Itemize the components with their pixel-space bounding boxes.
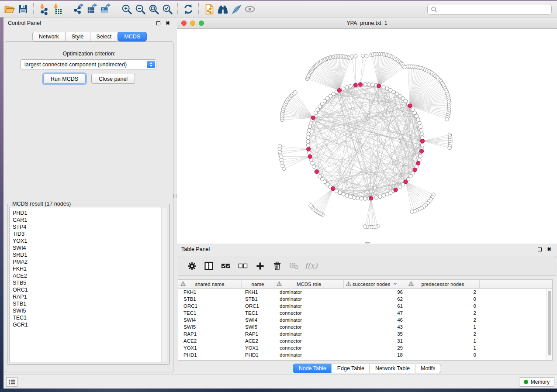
mcds-hub-node[interactable]	[416, 161, 420, 165]
tab-network-table[interactable]: Network Table	[370, 364, 415, 373]
column-header-MCDS-role[interactable]: MCDS role	[274, 280, 344, 288]
mcds-hub-node[interactable]	[353, 83, 357, 87]
close-panel-button[interactable]: Close panel	[91, 74, 135, 84]
mcds-hub-node[interactable]	[419, 149, 423, 153]
show-columns-icon[interactable]	[202, 259, 215, 272]
tab-motifs[interactable]: Motifs	[415, 364, 441, 373]
mcds-list-scrollbar[interactable]	[161, 207, 167, 362]
run-mcds-button[interactable]: Run MCDS	[43, 74, 86, 84]
settings-gear-icon[interactable]	[185, 259, 198, 272]
mcds-result-item[interactable]: FKH1	[13, 265, 161, 272]
export-image-icon[interactable]	[99, 2, 112, 16]
export-network-icon[interactable]	[72, 2, 85, 16]
mcds-result-item[interactable]: STB1	[13, 300, 161, 307]
tab-select[interactable]: Select	[90, 32, 118, 41]
zoom-out-icon[interactable]	[133, 2, 147, 16]
first-neighbors-icon[interactable]	[216, 2, 229, 16]
mcds-hub-node[interactable]	[358, 83, 362, 86]
table-row[interactable]: ORC1ORC1dominator610	[178, 303, 552, 309]
column-header-predecessor-nodes[interactable]: predecessor nodes	[406, 280, 480, 288]
mcds-hub-node[interactable]	[413, 168, 417, 172]
mcds-result-item[interactable]: ORC1	[13, 286, 161, 293]
float-panel-icon[interactable]	[536, 246, 543, 253]
mcds-hub-node[interactable]	[394, 188, 398, 192]
delete-column-icon[interactable]	[270, 259, 284, 272]
mcds-result-list[interactable]: PHD1CAR1STP4TID3YOX1SWI4SRD1PMA2FKH1ACE2…	[9, 207, 167, 362]
mcds-hub-node[interactable]	[307, 147, 311, 151]
mcds-result-item[interactable]: GCR1	[13, 321, 161, 328]
table-row[interactable]: STB1STB1dominator620	[178, 296, 552, 303]
column-header-shared-name[interactable]: shared name	[178, 280, 242, 288]
apply-layout-icon[interactable]	[181, 2, 195, 16]
mcds-result-item[interactable]: TEC1	[13, 314, 161, 321]
mcds-hub-node[interactable]	[308, 155, 312, 158]
close-panel-icon[interactable]: ✖	[546, 246, 553, 253]
mcds-result-item[interactable]: CAR1	[13, 217, 161, 224]
float-panel-icon[interactable]	[155, 20, 162, 27]
mcds-hub-node[interactable]	[331, 187, 335, 191]
mcds-hub-node[interactable]	[404, 180, 408, 184]
mcds-result-item[interactable]: SWI5	[13, 307, 161, 314]
zoom-selected-icon[interactable]	[160, 2, 174, 16]
hide-graphics-details-icon[interactable]	[229, 2, 243, 16]
deselect-all-rows-icon[interactable]	[236, 259, 249, 272]
tab-style[interactable]: Style	[65, 32, 90, 41]
mcds-result-item[interactable]: PMA2	[13, 258, 161, 265]
tab-network[interactable]: Network	[32, 32, 65, 41]
import-network-icon[interactable]	[37, 2, 51, 16]
mcds-result-item[interactable]: RAP1	[13, 293, 161, 300]
table-row[interactable]: FKH1FKH1dominator962	[178, 289, 552, 296]
split-divider-grip[interactable]	[173, 194, 177, 198]
network-window-titlebar[interactable]: YPA_prune.txt_1	[177, 17, 557, 29]
tab-edge-table[interactable]: Edge Table	[332, 364, 370, 373]
mcds-hub-node[interactable]	[377, 84, 381, 88]
table-scrollbar-thumb[interactable]	[548, 291, 551, 355]
show-graphics-details-icon[interactable]	[243, 2, 256, 16]
column-header-name[interactable]: name	[242, 280, 274, 288]
new-network-from-selection-icon[interactable]	[202, 2, 216, 16]
import-table-icon[interactable]	[51, 2, 64, 16]
export-table-icon[interactable]	[85, 2, 99, 16]
mcds-result-item[interactable]: ACE2	[13, 272, 161, 279]
table-row[interactable]: TEC1TEC1connector472	[178, 309, 552, 316]
open-file-icon[interactable]	[3, 2, 16, 16]
table-scrollbar[interactable]	[547, 289, 552, 360]
table-row[interactable]: SWI4SWI4dominator462	[178, 316, 552, 323]
close-panel-icon[interactable]: ✖	[164, 20, 171, 27]
mcds-result-item[interactable]: SRD1	[13, 251, 161, 258]
mcds-result-item[interactable]: TID3	[13, 230, 161, 237]
mcds-hub-node[interactable]	[408, 104, 412, 108]
mcds-hub-node[interactable]	[315, 170, 318, 174]
criterion-dropdown[interactable]: largest connected component (undirected)	[20, 59, 156, 69]
tab-node-table[interactable]: Node Table	[293, 364, 332, 373]
mcds-hub-node[interactable]	[420, 139, 424, 143]
zoom-in-icon[interactable]	[120, 2, 133, 16]
minimize-window-icon[interactable]	[190, 21, 195, 26]
add-column-icon[interactable]	[253, 259, 266, 272]
mcds-result-item[interactable]: STP4	[13, 224, 161, 230]
show-panels-list-button[interactable]	[6, 377, 17, 387]
mcds-result-item[interactable]: SWI4	[13, 244, 161, 251]
table-panel: Table Panel ✖ f(x) shared namenameM	[177, 244, 557, 375]
search-input[interactable]	[438, 5, 551, 14]
zoom-fit-icon[interactable]	[147, 2, 160, 16]
network-canvas[interactable]	[177, 29, 556, 243]
mcds-hub-node[interactable]	[311, 116, 315, 120]
close-window-icon[interactable]	[181, 21, 187, 26]
table-row[interactable]: YOX1YOX1connector291	[178, 344, 552, 351]
memory-button[interactable]: Memory	[519, 377, 554, 387]
select-all-rows-icon[interactable]	[219, 259, 232, 272]
column-header-successor-nodes[interactable]: successor nodes	[344, 280, 406, 288]
mcds-result-item[interactable]: PHD1	[13, 210, 161, 217]
mcds-hub-node[interactable]	[369, 196, 373, 200]
table-row[interactable]: PHD1PHD1dominator180	[178, 351, 552, 358]
mcds-result-item[interactable]: YOX1	[13, 237, 161, 244]
table-row[interactable]: ACE2ACE2connector311	[178, 337, 552, 344]
maximize-window-icon[interactable]	[199, 21, 204, 26]
mcds-result-item[interactable]: STB5	[13, 279, 161, 286]
table-row[interactable]: RAP1RAP1dominator352	[178, 330, 552, 337]
tab-mcds[interactable]: MCDS	[118, 32, 147, 41]
save-session-icon[interactable]	[16, 2, 30, 16]
mcds-hub-node[interactable]	[337, 89, 341, 93]
table-row[interactable]: SWI5SWI5connector431	[178, 323, 552, 330]
